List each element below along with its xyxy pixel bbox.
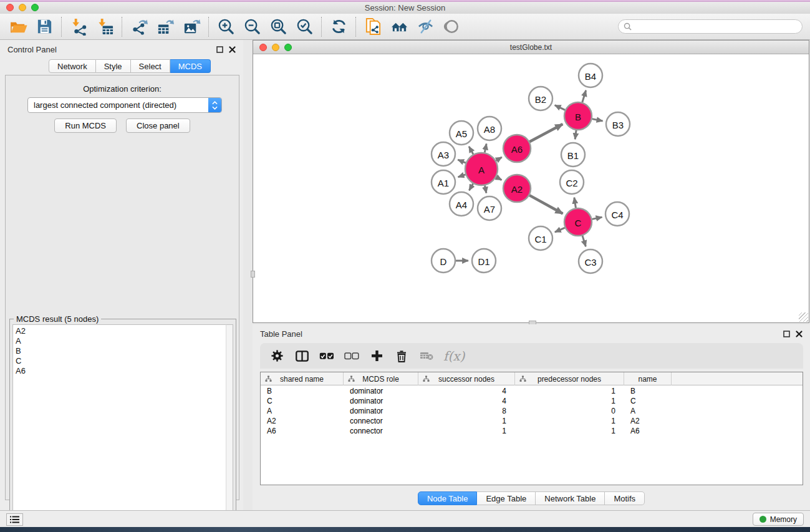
result-scrollbar[interactable] xyxy=(226,324,233,530)
graph-edge[interactable] xyxy=(458,160,466,163)
graph-edge[interactable] xyxy=(575,130,576,139)
column-header-successor-nodes[interactable]: successor nodes xyxy=(418,372,515,385)
graph-edge[interactable] xyxy=(592,119,603,121)
window-titlebar[interactable]: Session: New Session xyxy=(0,2,810,14)
import-network-button[interactable] xyxy=(65,16,92,38)
table-cell[interactable]: 0 xyxy=(515,406,624,416)
mcds-result-item[interactable]: A6 xyxy=(16,366,226,376)
first-neighbors-button[interactable] xyxy=(386,16,412,38)
table-cell[interactable]: 1 xyxy=(515,416,624,426)
memory-button[interactable]: Memory xyxy=(753,513,804,526)
open-session-button[interactable] xyxy=(5,16,31,38)
table-cell[interactable]: A xyxy=(624,406,672,416)
table-row[interactable]: Cdominator41C xyxy=(261,396,803,406)
table-row[interactable]: A2connector11A2 xyxy=(261,416,803,426)
tab-style[interactable]: Style xyxy=(96,59,131,73)
task-history-button[interactable] xyxy=(6,513,23,526)
table-cell[interactable]: connector xyxy=(344,416,418,426)
zoom-out-button[interactable] xyxy=(239,16,265,38)
table-cell[interactable]: 1 xyxy=(418,426,515,436)
zoom-selected-button[interactable] xyxy=(291,16,317,38)
table-cell[interactable]: dominator xyxy=(344,406,418,416)
table-cell[interactable]: 1 xyxy=(418,416,515,426)
run-mcds-button[interactable]: Run MCDS xyxy=(54,118,117,133)
graph-edge[interactable] xyxy=(496,157,501,161)
table-cell[interactable]: A2 xyxy=(624,416,672,426)
export-image-button[interactable] xyxy=(178,16,205,38)
table-settings-button[interactable] xyxy=(266,346,287,366)
export-network-button[interactable] xyxy=(126,16,152,38)
window-resize-grip[interactable] xyxy=(799,312,808,322)
mcds-result-item[interactable]: A xyxy=(16,336,226,346)
close-panel-button[interactable]: Close panel xyxy=(126,118,190,133)
table-cell[interactable]: C xyxy=(624,396,672,406)
select-all-button[interactable] xyxy=(316,346,337,366)
graph-edge[interactable] xyxy=(592,217,602,219)
table-row[interactable]: Bdominator41B xyxy=(261,386,803,396)
table-cell[interactable]: connector xyxy=(344,426,418,436)
hide-selection-button[interactable] xyxy=(412,16,438,38)
table-cell[interactable]: C xyxy=(261,396,344,406)
table-row[interactable]: Adominator80A xyxy=(261,406,803,416)
save-session-button[interactable] xyxy=(31,16,57,38)
delete-column-button[interactable] xyxy=(391,346,412,366)
close-window-button[interactable] xyxy=(6,4,14,11)
table-cell[interactable]: 4 xyxy=(418,396,515,406)
graph-edge[interactable] xyxy=(555,105,566,110)
graph-edge[interactable] xyxy=(574,198,576,208)
table-cell[interactable]: 1 xyxy=(515,386,624,396)
network-minimize-button[interactable] xyxy=(272,44,279,51)
table-cell[interactable]: B xyxy=(261,386,344,396)
graph-edge[interactable] xyxy=(485,144,486,153)
zoom-window-button[interactable] xyxy=(31,4,39,11)
tab-network-table[interactable]: Network Table xyxy=(536,491,605,505)
show-column-button[interactable] xyxy=(291,346,312,366)
tab-edge-table[interactable]: Edge Table xyxy=(477,491,536,505)
column-header-shared-name[interactable]: shared name xyxy=(261,372,344,385)
table-cell[interactable]: A2 xyxy=(261,416,344,426)
graph-edge[interactable] xyxy=(496,177,502,180)
search-input[interactable] xyxy=(635,22,797,31)
graph-edge[interactable] xyxy=(485,185,486,193)
add-column-button[interactable] xyxy=(366,346,387,366)
function-builder-button[interactable]: f(x) xyxy=(443,349,465,364)
import-table-button[interactable] xyxy=(92,16,118,38)
minimize-window-button[interactable] xyxy=(19,4,26,11)
float-panel-icon[interactable] xyxy=(783,331,790,337)
table-cell[interactable]: 8 xyxy=(418,406,515,416)
zoom-in-button[interactable] xyxy=(213,16,239,38)
table-cell[interactable]: dominator xyxy=(344,396,418,406)
search-field[interactable] xyxy=(618,19,803,34)
mcds-result-list[interactable]: A2ABCA6 xyxy=(12,324,226,530)
graph-edge[interactable] xyxy=(582,236,586,246)
export-table-button[interactable] xyxy=(152,16,178,38)
graph-edge[interactable] xyxy=(529,124,562,142)
table-cell[interactable]: A6 xyxy=(261,426,344,436)
table-cell[interactable]: A xyxy=(261,406,344,416)
network-graph[interactable]: AA1A2A3A4A5A6A7A8BB1B2B3B4CC1C2C3C4DD1 xyxy=(253,55,809,322)
close-panel-icon[interactable] xyxy=(796,331,803,337)
tab-select[interactable]: Select xyxy=(131,59,170,73)
close-panel-icon[interactable] xyxy=(229,46,236,53)
criterion-select[interactable]: largest connected component (directed) xyxy=(27,97,222,113)
deselect-all-button[interactable] xyxy=(341,346,362,366)
graph-edge[interactable] xyxy=(469,147,473,155)
zoom-fit-button[interactable] xyxy=(265,16,291,38)
refresh-button[interactable] xyxy=(325,16,352,38)
float-panel-icon[interactable] xyxy=(216,46,223,53)
network-zoom-button[interactable] xyxy=(284,44,292,51)
tab-node-table[interactable]: Node Table xyxy=(418,491,478,505)
tab-motifs[interactable]: Motifs xyxy=(605,491,645,505)
table-cell[interactable]: 4 xyxy=(418,386,515,396)
graph-edge[interactable] xyxy=(469,183,473,190)
table-cell[interactable]: B xyxy=(624,386,672,396)
tab-network[interactable]: Network xyxy=(49,59,96,73)
network-close-button[interactable] xyxy=(259,44,267,51)
table-cell[interactable]: dominator xyxy=(344,386,418,396)
column-header-mcds-role[interactable]: MCDS role xyxy=(344,372,418,385)
table-cell[interactable]: A6 xyxy=(624,426,672,436)
table-row[interactable]: A6connector11A6 xyxy=(261,426,803,436)
column-header-name[interactable]: name xyxy=(624,372,672,385)
mcds-result-item[interactable]: B xyxy=(16,346,226,356)
table-cell[interactable]: 1 xyxy=(515,396,624,406)
